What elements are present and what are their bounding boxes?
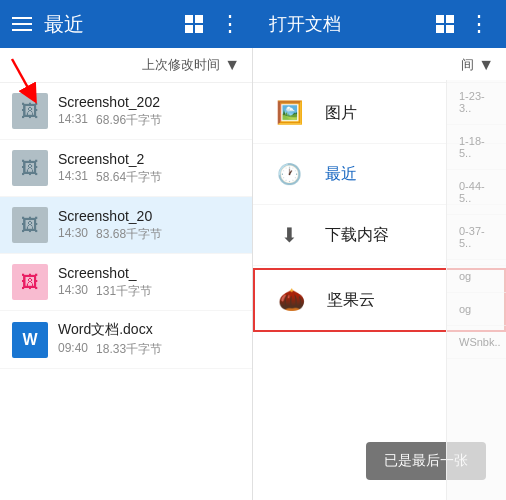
bg-file-item: 1-23-3.. (447, 80, 506, 125)
file-info: Screenshot_20 14:30 83.68千字节 (58, 208, 240, 243)
file-meta: 09:40 18.33千字节 (58, 341, 240, 358)
file-thumbnail: 🖼 (12, 264, 48, 300)
file-time: 14:30 (58, 226, 88, 243)
file-size: 68.96千字节 (96, 112, 162, 129)
word-icon: W (22, 331, 37, 349)
file-meta: 14:31 68.96千字节 (58, 112, 240, 129)
file-item[interactable]: W Word文档.docx 09:40 18.33千字节 (0, 311, 252, 369)
file-thumbnail: 🖼 (12, 93, 48, 129)
file-name: Screenshot_20 (58, 208, 240, 224)
images-icon: 🖼️ (273, 97, 305, 129)
file-time: 09:40 (58, 341, 88, 358)
dialog-header-icons: ⋮ (436, 11, 490, 37)
file-time: 14:30 (58, 283, 88, 300)
file-item[interactable]: 🖼 Screenshot_2 14:31 58.64千字节 (0, 140, 252, 197)
content-row: 上次修改时间 ▼ 🖼 Screenshot_202 14:31 68.96千字节 (0, 48, 506, 500)
dialog-panel: 间 ▼ 🖼️ 图片 🕐 最近 ⬇ 下载内容 (253, 48, 506, 500)
file-info: Screenshot_2 14:31 58.64千字节 (58, 151, 240, 186)
file-time: 14:31 (58, 112, 88, 129)
grid-view-icon[interactable] (185, 15, 203, 33)
right-sort-bar[interactable]: 间 ▼ (253, 48, 506, 83)
file-meta: 14:30 131千字节 (58, 283, 240, 300)
file-info: Screenshot_202 14:31 68.96千字节 (58, 94, 240, 129)
file-info: Word文档.docx 09:40 18.33千字节 (58, 321, 240, 358)
left-panel: 上次修改时间 ▼ 🖼 Screenshot_202 14:31 68.96千字节 (0, 48, 253, 500)
bg-file-item: og (447, 260, 506, 293)
file-item[interactable]: 🖼 Screenshot_ 14:30 131千字节 (0, 254, 252, 311)
sort-arrow[interactable]: ▼ (224, 56, 240, 74)
header-left: 最近 (12, 11, 185, 38)
file-item-selected[interactable]: 🖼 Screenshot_20 14:30 83.68千字节 (0, 197, 252, 254)
file-name: Word文档.docx (58, 321, 240, 339)
recent-icon: 🕐 (273, 158, 305, 190)
more-options-icon[interactable]: ⋮ (219, 11, 241, 37)
file-name: Screenshot_ (58, 265, 240, 281)
right-sort-arrow[interactable]: ▼ (478, 56, 494, 74)
file-info: Screenshot_ 14:30 131千字节 (58, 265, 240, 300)
jianguoyun-icon: 🌰 (275, 284, 307, 316)
app-container: 最近 ⋮ 打开文档 ⋮ (0, 0, 506, 500)
downloads-label: 下载内容 (325, 225, 389, 246)
file-size: 18.33千字节 (96, 341, 162, 358)
right-sort-label: 间 (461, 56, 474, 74)
file-meta: 14:30 83.68千字节 (58, 226, 240, 243)
file-item[interactable]: 🖼 Screenshot_202 14:31 68.96千字节 (0, 83, 252, 140)
bg-file-list: 1-23-3.. 1-18-5.. 0-44-5.. 0-37-5.. og o… (446, 80, 506, 500)
dialog-header: 打开文档 ⋮ (253, 0, 506, 48)
download-icon: ⬇ (273, 219, 305, 251)
sort-label: 上次修改时间 (142, 56, 220, 74)
file-size: 131千字节 (96, 283, 152, 300)
file-size: 58.64千字节 (96, 169, 162, 186)
bg-file-item: WSnbk.. (447, 326, 506, 359)
file-thumbnail: 🖼 (12, 150, 48, 186)
file-thumbnail: 🖼 (12, 207, 48, 243)
recent-label: 最近 (325, 164, 357, 185)
file-thumbnail: W (12, 322, 48, 358)
dialog-more-icon[interactable]: ⋮ (468, 11, 490, 37)
bg-file-item: 1-18-5.. (447, 125, 506, 170)
jianguoyun-label: 坚果云 (327, 290, 375, 311)
header-icons: ⋮ (185, 11, 241, 37)
bg-file-item: og (447, 293, 506, 326)
file-list: 🖼 Screenshot_202 14:31 68.96千字节 🖼 (0, 83, 252, 500)
page-title: 最近 (44, 11, 84, 38)
sort-bar[interactable]: 上次修改时间 ▼ (0, 48, 252, 83)
file-time: 14:31 (58, 169, 88, 186)
file-size: 83.68千字节 (96, 226, 162, 243)
dialog-grid-icon[interactable] (436, 15, 454, 33)
dialog-title: 打开文档 (269, 12, 341, 36)
file-name: Screenshot_2 (58, 151, 240, 167)
bg-file-item: 0-37-5.. (447, 215, 506, 260)
left-header: 最近 ⋮ (0, 0, 253, 48)
images-label: 图片 (325, 103, 357, 124)
menu-icon[interactable] (12, 17, 32, 31)
bg-file-item: 0-44-5.. (447, 170, 506, 215)
file-meta: 14:31 58.64千字节 (58, 169, 240, 186)
file-name: Screenshot_202 (58, 94, 240, 110)
